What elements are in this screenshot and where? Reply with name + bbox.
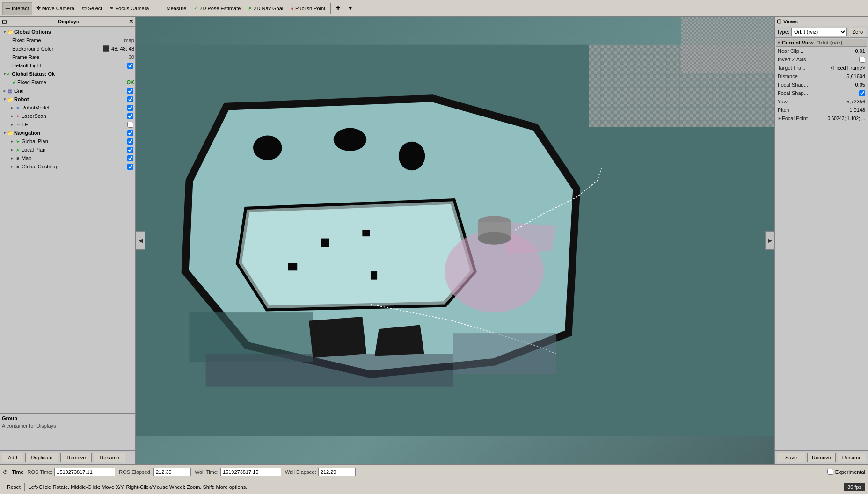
global-status-label: Global Status: Ok <box>12 71 134 77</box>
tree-item-tf[interactable]: ► ⚯ TF <box>0 120 135 129</box>
publish-point-button[interactable]: ● Publish Point <box>287 2 328 15</box>
remove-display-button[interactable]: Remove <box>60 453 92 462</box>
expand-map[interactable]: ► <box>10 156 14 160</box>
tree-item-grid[interactable]: ► ▦ Grid <box>0 87 135 95</box>
ros-time-input[interactable] <box>54 468 115 476</box>
global-costmap-label: Global Costmap <box>22 164 127 169</box>
expand-laserscan[interactable]: ► <box>10 114 14 118</box>
tree-item-default-light[interactable]: Default Light <box>0 61 135 70</box>
tree-item-laserscan[interactable]: ► ✧ LaserScan <box>0 112 135 120</box>
experimental-checkbox[interactable] <box>827 469 833 475</box>
viewport-left-arrow[interactable]: ◀ <box>136 231 145 250</box>
focal-point-value[interactable]: -0.60243; 1.102; ... <box>826 116 865 121</box>
publish-point-icon: ● <box>291 6 294 11</box>
yaw-value[interactable]: 5,72356 <box>846 99 865 104</box>
add-button[interactable]: Add <box>2 453 23 462</box>
tree-item-map[interactable]: ► ◾ Map <box>0 154 135 162</box>
pose-estimate-button[interactable]: ✓ 2D Pose Estimate <box>190 2 244 15</box>
nav-goal-button[interactable]: ➤ 2D Nav Goal <box>245 2 286 15</box>
invert-z-checkbox[interactable] <box>859 57 865 63</box>
expand-local-plan[interactable]: ► <box>10 148 14 152</box>
focal-shape-2-checkbox[interactable] <box>859 90 865 96</box>
ros-elapsed-group: ROS Elapsed: <box>119 468 191 476</box>
prop-invert-z: Invert Z Axis <box>776 55 867 64</box>
focal-shape-1-value[interactable]: 0,05 <box>855 82 865 87</box>
clock-icon: ⏱ <box>3 469 8 475</box>
expand-robot[interactable]: ▼ <box>3 97 7 102</box>
tree-item-robot[interactable]: ▼ 📁 Robot <box>0 95 135 103</box>
svg-rect-18 <box>288 263 297 270</box>
pitch-value[interactable]: 1,0148 <box>849 107 865 113</box>
folder-icon-global-options: 📁 <box>7 28 14 36</box>
remove-view-button[interactable]: Remove <box>807 453 836 462</box>
tf-checkbox[interactable] <box>127 122 133 128</box>
views-title: Views <box>783 19 798 24</box>
tree-item-fixed-frame[interactable]: Fixed Frame map <box>0 36 135 44</box>
robotmodel-checkbox[interactable] <box>127 105 133 111</box>
tree-item-global-costmap[interactable]: ► ◾ Global Costmap <box>0 162 135 171</box>
tree-item-global-status[interactable]: ▼ ✓ Global Status: Ok <box>0 70 135 78</box>
near-clip-value[interactable]: 0,01 <box>855 48 865 54</box>
prop-focal-shape-2: Focal Shap... <box>776 89 867 97</box>
tree-item-robotmodel[interactable]: ► ■ RobotModel <box>0 103 135 112</box>
tree-item-bg-color[interactable]: Background Color 48; 48; 48 <box>0 44 135 53</box>
rename-display-button[interactable]: Rename <box>94 453 125 462</box>
expand-grid[interactable]: ► <box>3 89 7 93</box>
move-camera-icon: ✥ <box>36 5 41 11</box>
map-checkbox[interactable] <box>127 155 133 161</box>
laserscan-checkbox[interactable] <box>127 113 133 119</box>
left-panel: ▢ Displays ✕ ▼ 📁 Global Options Fixed Fr… <box>0 17 136 464</box>
duplicate-button[interactable]: Duplicate <box>25 453 59 462</box>
expand-global-status[interactable]: ▼ <box>3 72 7 76</box>
move-camera-button[interactable]: ✥ Move Camera <box>33 2 78 15</box>
tree-item-global-options[interactable]: ▼ 📁 Global Options <box>0 28 135 36</box>
current-view-expander[interactable]: ▼ <box>777 40 781 45</box>
expand-global-options[interactable]: ▼ <box>3 30 7 34</box>
fixed-frame-ok-value: OK <box>127 80 135 85</box>
focus-camera-button[interactable]: ⚭ Focus Camera <box>106 2 152 15</box>
interact-button[interactable]: ⸻ Interact <box>2 2 32 15</box>
global-costmap-checkbox[interactable] <box>127 164 133 170</box>
default-light-checkbox[interactable] <box>127 63 133 69</box>
expand-robotmodel[interactable]: ► <box>10 106 14 110</box>
global-plan-checkbox[interactable] <box>127 138 133 145</box>
expand-global-plan[interactable]: ► <box>10 139 14 144</box>
views-zero-button[interactable]: Zero <box>849 28 866 36</box>
wall-time-label: Wall Time: <box>195 469 219 475</box>
reset-button[interactable]: Reset <box>3 483 25 491</box>
focal-point-expander[interactable]: ► <box>778 116 782 121</box>
default-light-label: Default Light <box>12 63 127 68</box>
robotmodel-icon: ■ <box>14 104 22 111</box>
displays-close-icon[interactable]: ✕ <box>129 18 133 25</box>
focus-camera-icon: ⚭ <box>109 5 114 11</box>
navigation-checkbox[interactable] <box>127 130 133 136</box>
rename-view-button[interactable]: Rename <box>838 453 866 462</box>
save-view-button[interactable]: Save <box>777 453 805 462</box>
wall-time-input[interactable] <box>220 468 281 476</box>
wall-elapsed-input[interactable] <box>318 468 356 476</box>
measure-button[interactable]: ― Measure <box>156 2 190 15</box>
bg-color-swatch[interactable] <box>103 45 109 52</box>
grid-checkbox[interactable] <box>127 88 133 94</box>
ros-elapsed-input[interactable] <box>153 468 191 476</box>
select-button[interactable]: ▭ Select <box>79 2 106 15</box>
tree-item-global-plan[interactable]: ► ➤ Global Plan <box>0 137 135 145</box>
robot-checkbox[interactable] <box>127 96 133 102</box>
tree-item-frame-rate[interactable]: Frame Rate 30 <box>0 53 135 61</box>
expand-tf[interactable]: ► <box>10 123 14 127</box>
expand-navigation[interactable]: ▼ <box>3 131 7 135</box>
views-type-select[interactable]: Orbit (rviz) <box>791 28 847 36</box>
distance-value[interactable]: 5,61604 <box>846 73 865 79</box>
tree-item-local-plan[interactable]: ► ➤ Local Plan <box>0 145 135 154</box>
svg-rect-19 <box>371 271 377 280</box>
extra-button[interactable]: ✚ <box>333 2 343 15</box>
local-plan-checkbox[interactable] <box>127 147 133 153</box>
target-frame-value[interactable]: <Fixed Frame> <box>830 65 865 71</box>
tree-item-fixed-frame-ok[interactable]: ✓ Fixed Frame OK <box>0 78 135 87</box>
viewport-right-arrow[interactable]: ▶ <box>765 231 774 250</box>
fixed-frame-value: map <box>124 37 134 43</box>
dropdown-button[interactable]: ▼ <box>344 2 356 15</box>
tree-item-navigation[interactable]: ▼ 📁 Navigation <box>0 129 135 137</box>
viewport[interactable]: ◀ ▶ <box>136 17 774 464</box>
expand-global-costmap[interactable]: ► <box>10 165 14 169</box>
